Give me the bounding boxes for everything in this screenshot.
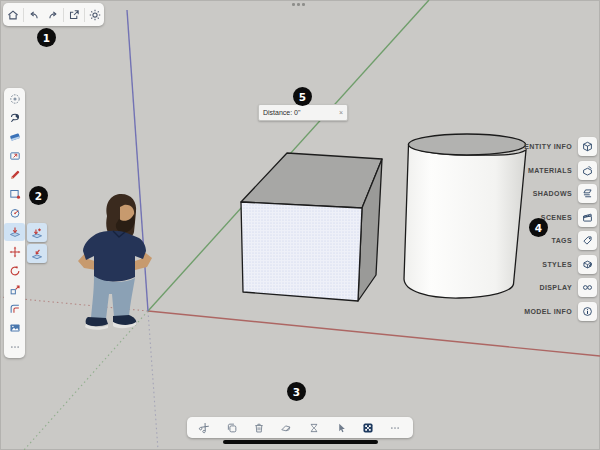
display-button[interactable] (578, 278, 597, 297)
image-icon (4, 319, 25, 337)
axis-blue-dashed (148, 311, 158, 450)
pushpull-add-icon (27, 223, 47, 242)
axis-green-dashed (24, 311, 148, 450)
pushpull-sub-icon (27, 244, 47, 263)
toolbar-divider (23, 8, 24, 22)
materials-icon (578, 161, 597, 180)
settings-button[interactable] (86, 6, 104, 24)
panel-row-entity-info: ENTITY INFO (524, 137, 597, 156)
more-icon (4, 338, 25, 356)
annotation-badge-2: 2 (29, 186, 48, 205)
selected-box[interactable] (241, 153, 382, 301)
home-button[interactable] (4, 6, 22, 24)
annotation-badge-3: 3 (287, 382, 306, 401)
box-top-face[interactable] (241, 153, 382, 208)
pattern-swatch-button[interactable] (358, 419, 378, 437)
multitasking-indicator[interactable] (292, 3, 305, 6)
move-tool-button[interactable] (4, 243, 25, 261)
rotate-tool-button[interactable] (4, 262, 25, 280)
left-toolbar (4, 88, 25, 358)
select-icon (4, 90, 25, 108)
select-tool-button[interactable] (4, 90, 25, 108)
entity-info-button[interactable] (578, 137, 597, 156)
measurement-box[interactable]: Distance: 0" × (258, 104, 348, 121)
panel-row-model-info: MODEL INFO (524, 302, 597, 321)
annotation-badge-1: 1 (37, 28, 56, 47)
eraser-icon (4, 128, 25, 146)
shadows-button[interactable] (578, 184, 597, 203)
styles-label: STYLES (542, 261, 572, 268)
scenes-label: SCENES (541, 214, 572, 221)
paint-button[interactable] (276, 419, 296, 437)
arcs-icon (4, 204, 25, 222)
entity-info-icon (578, 137, 597, 156)
rotate-icon (4, 262, 25, 280)
select-arrow-button[interactable] (331, 419, 351, 437)
toolbar-divider (84, 8, 85, 22)
trash-icon (249, 419, 269, 437)
figure-left-shoe (86, 317, 108, 326)
model-info-button[interactable] (578, 302, 597, 321)
bottom-toolbar (187, 417, 413, 438)
styles-button[interactable] (578, 255, 597, 274)
home-indicator[interactable] (223, 440, 378, 444)
tags-button[interactable] (578, 231, 597, 250)
cut-icon (195, 419, 215, 437)
scale-icon (4, 281, 25, 299)
measurement-value: Distance: 0" (263, 109, 301, 116)
cylinder-top-face[interactable] (409, 134, 526, 155)
redo-button[interactable] (44, 6, 62, 24)
eraser-tool-button[interactable] (4, 128, 25, 146)
display-label: DISPLAY (540, 284, 573, 291)
styles-icon (578, 255, 597, 274)
model-info-label: MODEL INFO (524, 308, 572, 315)
arcs-tool-button[interactable] (4, 204, 25, 222)
section-icon (4, 147, 25, 165)
panel-row-scenes: SCENES (541, 208, 597, 227)
annotation-badge-5: 5 (293, 87, 312, 106)
top-toolbar (3, 3, 104, 26)
delete-button[interactable] (249, 419, 269, 437)
lasso-icon (4, 109, 25, 127)
offset-tool-button[interactable] (4, 300, 25, 318)
scenes-icon (578, 208, 597, 227)
model-info-icon (578, 302, 597, 321)
pushpull-tool-button[interactable] (4, 223, 25, 241)
pushpull-icon (4, 223, 25, 241)
home-icon (4, 6, 22, 24)
cylinder-body[interactable] (404, 145, 526, 298)
pushpull-flyout (27, 223, 48, 263)
lasso-tool-button[interactable] (4, 109, 25, 127)
undo-button[interactable] (25, 6, 43, 24)
cut-button[interactable] (195, 419, 215, 437)
redo-icon (44, 6, 62, 24)
more-actions-button[interactable] (385, 419, 405, 437)
checker-icon (358, 419, 378, 437)
panel-row-materials: MATERIALS (528, 161, 597, 180)
section-tool-button[interactable] (4, 147, 25, 165)
tags-label: TAGS (551, 237, 572, 244)
copy-icon (222, 419, 242, 437)
pushpull-add-button[interactable] (27, 223, 47, 242)
image-tool-button[interactable] (4, 319, 25, 337)
panel-row-tags: TAGS (551, 231, 597, 250)
figure-jeans (91, 276, 135, 319)
materials-button[interactable] (578, 161, 597, 180)
flip-button[interactable] (304, 419, 324, 437)
display-icon (578, 278, 597, 297)
shapes-tool-button[interactable] (4, 185, 25, 203)
close-icon[interactable]: × (339, 109, 343, 116)
shapes-icon (4, 185, 25, 203)
gear-icon (86, 6, 104, 24)
cylinder[interactable] (404, 134, 526, 298)
export-button[interactable] (65, 6, 83, 24)
copy-button[interactable] (222, 419, 242, 437)
pushpull-stretch-button[interactable] (27, 244, 47, 263)
more-tools-button[interactable] (4, 338, 25, 356)
scale-tool-button[interactable] (4, 281, 25, 299)
box-front-face-selected[interactable] (241, 202, 362, 301)
line-tool-button[interactable] (4, 166, 25, 184)
hourglass-icon (304, 419, 324, 437)
scenes-button[interactable] (578, 208, 597, 227)
sketchup-ipad-screen: Distance: 0" × ENTITY INFO MATERIALS SHA… (0, 0, 600, 450)
